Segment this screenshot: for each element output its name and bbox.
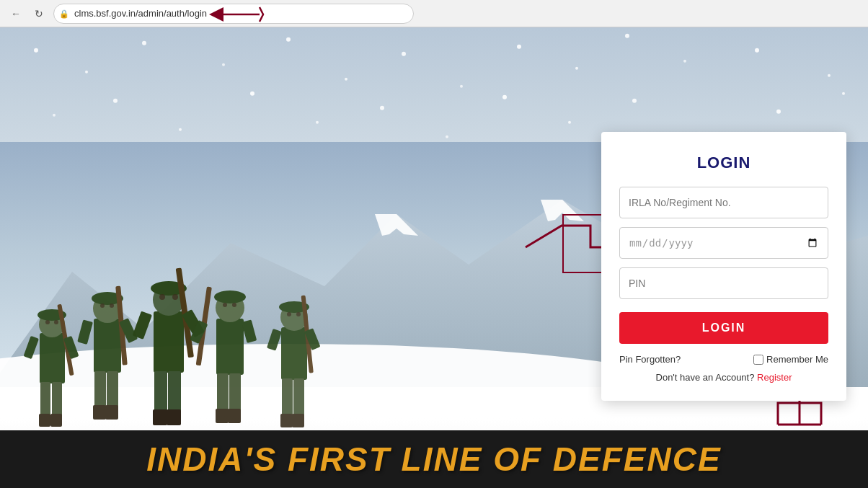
svg-rect-46 <box>94 319 121 373</box>
bottom-banner: INDIA'S FIRST LINE OF DEFENCE <box>0 430 868 488</box>
svg-point-19 <box>755 48 759 53</box>
svg-rect-82 <box>281 327 307 380</box>
svg-point-15 <box>517 45 521 49</box>
svg-point-21 <box>53 114 56 117</box>
svg-point-24 <box>250 92 254 96</box>
svg-point-68 <box>159 294 165 300</box>
svg-point-81 <box>232 303 236 307</box>
svg-rect-76 <box>228 409 241 423</box>
svg-rect-67 <box>133 311 152 340</box>
login-card: LOGIN LOGIN Pin Forgotten? Remember Me D… <box>601 132 846 401</box>
svg-rect-86 <box>293 378 304 419</box>
irla-input[interactable] <box>619 187 828 218</box>
svg-point-16 <box>575 67 578 70</box>
remember-me-checkbox[interactable] <box>753 355 763 365</box>
svg-point-18 <box>683 60 686 63</box>
svg-rect-79 <box>242 319 257 343</box>
svg-rect-62 <box>168 371 181 416</box>
svg-point-20 <box>828 74 831 77</box>
url-arrow-annotation <box>202 3 267 26</box>
svg-point-30 <box>632 99 637 103</box>
svg-rect-40 <box>50 414 62 427</box>
refresh-button[interactable]: ↻ <box>30 5 48 22</box>
svg-point-72 <box>214 290 246 303</box>
svg-rect-61 <box>154 371 167 416</box>
svg-point-26 <box>380 106 384 110</box>
svg-point-12 <box>345 78 347 81</box>
svg-point-23 <box>179 128 182 131</box>
login-title: LOGIN <box>619 154 828 172</box>
dob-field-group <box>619 227 828 259</box>
soldiers-illustration <box>14 261 411 434</box>
svg-rect-85 <box>282 378 293 419</box>
browser-chrome: ← ↻ 🔒 <box>0 0 868 27</box>
svg-point-9 <box>142 41 146 45</box>
login-footer: Pin Forgotten? Remember Me <box>619 354 828 365</box>
lock-icon: 🔒 <box>59 9 69 18</box>
svg-point-13 <box>402 52 406 56</box>
svg-rect-50 <box>107 371 118 411</box>
svg-point-8 <box>85 71 88 74</box>
svg-rect-88 <box>292 414 304 427</box>
svg-rect-55 <box>77 319 93 345</box>
svg-point-7 <box>34 48 38 53</box>
svg-point-25 <box>316 121 319 124</box>
svg-point-69 <box>172 294 178 300</box>
svg-point-10 <box>222 63 225 66</box>
register-section: Don't have an Account? Register <box>619 372 828 383</box>
svg-point-22 <box>113 99 118 103</box>
svg-rect-64 <box>167 409 181 425</box>
svg-rect-49 <box>94 371 106 411</box>
svg-point-11 <box>286 37 291 42</box>
svg-point-29 <box>568 121 571 124</box>
dob-input[interactable] <box>619 227 828 259</box>
svg-point-80 <box>223 303 227 307</box>
bottom-banner-text: INDIA'S FIRST LINE OF DEFENCE <box>146 440 721 479</box>
no-account-text: Don't have an Account? <box>656 372 755 383</box>
svg-rect-70 <box>216 319 244 375</box>
pin-field-group <box>619 267 828 299</box>
svg-rect-34 <box>40 333 65 383</box>
svg-rect-58 <box>154 311 184 373</box>
svg-rect-51 <box>93 405 106 420</box>
svg-rect-39 <box>39 414 50 427</box>
svg-point-57 <box>110 303 114 308</box>
register-link[interactable]: Register <box>757 372 792 383</box>
main-content: LOGIN LOGIN Pin Forgotten? Remember Me D… <box>0 27 868 488</box>
svg-point-44 <box>45 320 50 324</box>
svg-point-93 <box>296 312 301 316</box>
svg-rect-37 <box>40 382 50 418</box>
login-button[interactable]: LOGIN <box>619 312 828 344</box>
svg-rect-87 <box>280 414 293 427</box>
remember-me-label[interactable]: Remember Me <box>753 354 828 365</box>
svg-point-28 <box>502 95 507 99</box>
svg-point-45 <box>54 320 58 324</box>
svg-point-92 <box>287 312 291 316</box>
svg-point-56 <box>100 303 105 308</box>
svg-rect-43 <box>23 336 39 359</box>
svg-point-33 <box>842 92 845 95</box>
svg-point-32 <box>776 110 781 114</box>
pin-input[interactable] <box>619 267 828 299</box>
svg-rect-38 <box>52 382 62 418</box>
svg-point-14 <box>460 85 463 88</box>
svg-rect-75 <box>216 409 229 423</box>
svg-rect-52 <box>105 405 118 420</box>
svg-rect-91 <box>267 329 282 351</box>
pin-forgotten-link[interactable]: Pin Forgotten? <box>619 354 681 365</box>
back-button[interactable]: ← <box>7 5 25 22</box>
irla-field-group <box>619 187 828 218</box>
svg-rect-63 <box>153 409 167 425</box>
svg-point-27 <box>446 136 448 138</box>
svg-point-17 <box>625 34 629 38</box>
